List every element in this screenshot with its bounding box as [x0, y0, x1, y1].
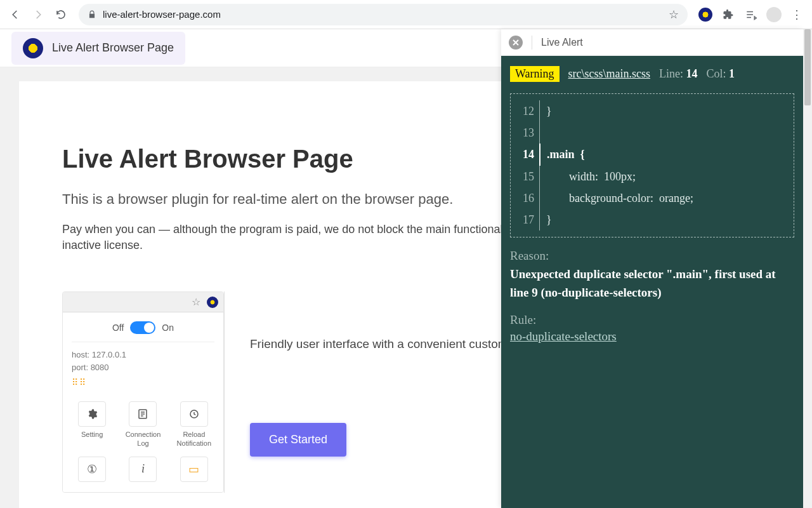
info-button-2[interactable]: i — [129, 457, 157, 482]
close-panel-button[interactable] — [509, 36, 523, 50]
code-line: 14.main { — [514, 144, 790, 165]
setting-label: Setting — [72, 431, 112, 439]
live-alert-panel: Live Alert Warning src\scss\main.scss Li… — [501, 29, 803, 508]
reload-button[interactable] — [52, 6, 70, 23]
extension-live-alert-icon[interactable] — [697, 6, 714, 23]
warning-row: Warning src\scss\main.scss Line: 14 Col:… — [510, 66, 794, 82]
toggle-row: Off On — [72, 321, 214, 342]
back-button[interactable] — [6, 6, 24, 23]
panel-header: Live Alert — [501, 29, 803, 56]
reload-notification-label: Reload Notification — [174, 431, 214, 447]
forward-button[interactable] — [29, 6, 47, 23]
off-label: Off — [112, 323, 124, 333]
code-snippet: 12}1314.main {15 width: 100px;16 backgro… — [510, 93, 794, 237]
lock-icon — [88, 10, 96, 19]
app-logo-icon — [23, 38, 43, 58]
divider — [532, 36, 532, 50]
mini-star-icon: ☆ — [192, 296, 200, 308]
connection-log-button[interactable] — [129, 401, 157, 427]
code-line: 17} — [514, 209, 790, 231]
page-viewport: Live Alert Browser Page Live Alert Brows… — [0, 29, 812, 508]
panel-title: Live Alert — [541, 37, 583, 48]
on-label: On — [162, 323, 174, 333]
extensions-icon[interactable] — [719, 6, 737, 23]
browser-toolbar: live-alert-browser-page.com ☆ ⋮ — [0, 0, 812, 29]
info-button-1[interactable]: ① — [78, 457, 106, 482]
address-bar[interactable]: live-alert-browser-page.com ☆ — [79, 4, 688, 25]
page-tab-label: Live Alert Browser Page — [52, 41, 174, 55]
enable-toggle[interactable] — [130, 321, 155, 334]
code-line: 16 background-color: orange; — [514, 187, 790, 209]
port-line: port: 8080 — [72, 361, 214, 374]
page-tab[interactable]: Live Alert Browser Page — [11, 32, 185, 65]
code-line: 13 — [514, 122, 790, 144]
setting-button[interactable] — [78, 401, 106, 427]
connection-log-label: Connection Log — [122, 431, 163, 447]
reason-text: Unexpected duplicate selector ".main", f… — [510, 265, 794, 302]
plugin-screenshot: ☆ Off On host: 127.0.0.1 port: 8080 — [62, 291, 224, 492]
rule-label: Rule: — [510, 313, 794, 327]
action-grid-row-2: ① i ▭ — [72, 457, 214, 486]
code-line: 12} — [514, 100, 790, 122]
kebab-menu-icon[interactable]: ⋮ — [788, 6, 806, 23]
line-info: Line: 14 — [659, 67, 698, 81]
host-line: host: 127.0.0.1 — [72, 349, 214, 361]
code-line: 15 width: 100px; — [514, 166, 790, 187]
card-button[interactable]: ▭ — [180, 457, 208, 482]
warning-badge: Warning — [510, 66, 560, 82]
profile-avatar[interactable] — [765, 6, 783, 23]
screenshot-chrome-bar: ☆ — [63, 292, 223, 312]
grid-icon[interactable]: ⠿⠿ — [72, 377, 214, 387]
rule-link[interactable]: no-duplicate-selectors — [510, 330, 617, 343]
col-info: Col: 1 — [707, 67, 735, 81]
reload-notification-button[interactable] — [180, 401, 208, 427]
file-link[interactable]: src\scss\main.scss — [568, 67, 651, 81]
scrollbar-thumb[interactable] — [804, 29, 811, 105]
reason-label: Reason: — [510, 249, 794, 263]
url-text: live-alert-browser-page.com — [103, 9, 221, 20]
media-icon[interactable] — [742, 6, 760, 23]
get-started-button[interactable]: Get Started — [250, 423, 346, 457]
mini-extension-icon — [207, 297, 218, 308]
star-icon[interactable]: ☆ — [669, 8, 679, 22]
action-grid: Setting Connection Log Rel — [72, 401, 214, 447]
panel-body: Warning src\scss\main.scss Line: 14 Col:… — [501, 56, 803, 508]
scrollbar[interactable] — [803, 29, 812, 508]
